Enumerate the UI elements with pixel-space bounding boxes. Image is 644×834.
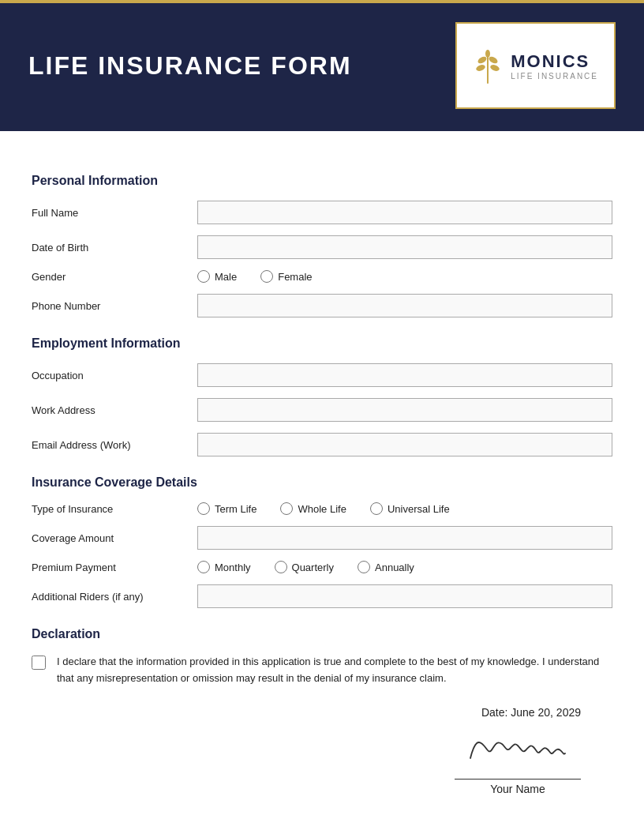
- type-whole-option[interactable]: Whole Life: [280, 502, 346, 515]
- svg-point-4: [489, 63, 500, 72]
- gender-label: Gender: [32, 271, 189, 283]
- full-name-row: Full Name: [32, 201, 612, 224]
- insurance-type-row: Type of Insurance Term Life Whole Life U…: [32, 502, 612, 515]
- logo-icon: [473, 44, 503, 88]
- type-term-radio[interactable]: [197, 502, 210, 515]
- occupation-input[interactable]: [197, 363, 612, 387]
- coverage-amount-input[interactable]: [197, 526, 612, 550]
- gender-male-radio[interactable]: [197, 270, 210, 283]
- riders-input[interactable]: [197, 584, 612, 608]
- signature-line: [455, 779, 581, 780]
- premium-monthly-label: Monthly: [215, 562, 251, 573]
- premium-quarterly-label: Quarterly: [292, 562, 334, 573]
- signature-area: Date: June 20, 2029 Your Name: [32, 706, 612, 795]
- premium-annually-label: Annually: [375, 562, 414, 573]
- occupation-label: Occupation: [32, 370, 189, 381]
- occupation-row: Occupation: [32, 363, 612, 387]
- email-work-label: Email Address (Work): [32, 439, 189, 451]
- riders-label: Additional Riders (if any): [32, 591, 189, 603]
- gender-male-option[interactable]: Male: [197, 270, 237, 283]
- signature-image: [455, 727, 581, 774]
- signature-svg: [455, 727, 581, 774]
- page: LIFE INSURANCE FORM: [0, 0, 644, 834]
- phone-label: Phone Number: [32, 300, 189, 312]
- premium-payment-row: Premium Payment Monthly Quarterly Annual…: [32, 561, 612, 573]
- declaration-checkbox-row: I declare that the information provided …: [32, 654, 612, 687]
- premium-annually-radio[interactable]: [358, 561, 370, 573]
- gender-female-label: Female: [278, 271, 312, 283]
- gender-radio-group: Male Female: [197, 270, 612, 283]
- full-name-label: Full Name: [32, 207, 189, 219]
- type-whole-radio[interactable]: [280, 502, 293, 515]
- logo-text: MONICS LIFE INSURANCE: [511, 51, 598, 81]
- phone-input[interactable]: [197, 294, 612, 317]
- svg-point-5: [485, 50, 490, 58]
- logo-box: MONICS LIFE INSURANCE: [455, 22, 616, 109]
- declaration-title: Declaration: [32, 627, 612, 641]
- form-content: Personal Information Full Name Date of B…: [0, 131, 644, 827]
- premium-payment-label: Premium Payment: [32, 562, 189, 573]
- coverage-amount-row: Coverage Amount: [32, 526, 612, 550]
- declaration-checkbox[interactable]: [32, 656, 46, 670]
- full-name-input[interactable]: [197, 201, 612, 224]
- gender-male-label: Male: [215, 271, 237, 283]
- svg-point-1: [477, 54, 488, 64]
- dob-input[interactable]: [197, 235, 612, 259]
- premium-monthly-radio[interactable]: [197, 561, 210, 573]
- premium-radio-group: Monthly Quarterly Annually: [197, 561, 612, 573]
- logo-sub: LIFE INSURANCE: [511, 72, 598, 81]
- page-title: LIFE INSURANCE FORM: [28, 51, 352, 81]
- coverage-amount-label: Coverage Amount: [32, 532, 189, 544]
- svg-point-2: [475, 63, 486, 72]
- insurance-title: Insurance Coverage Details: [32, 475, 612, 490]
- dob-label: Date of Birth: [32, 242, 189, 254]
- work-address-input[interactable]: [197, 398, 612, 422]
- declaration-section: Declaration I declare that the informati…: [32, 627, 612, 687]
- header: LIFE INSURANCE FORM: [0, 0, 644, 131]
- type-universal-option[interactable]: Universal Life: [370, 502, 450, 515]
- riders-row: Additional Riders (if any): [32, 584, 612, 608]
- premium-monthly-option[interactable]: Monthly: [197, 561, 251, 573]
- work-address-row: Work Address: [32, 398, 612, 422]
- type-term-option[interactable]: Term Life: [197, 502, 256, 515]
- dob-row: Date of Birth: [32, 235, 612, 259]
- svg-point-3: [488, 54, 499, 64]
- your-name-label: Your Name: [455, 783, 581, 795]
- email-work-row: Email Address (Work): [32, 433, 612, 456]
- gender-female-radio[interactable]: [260, 270, 273, 283]
- insurance-type-label: Type of Insurance: [32, 503, 189, 515]
- logo-name: MONICS: [511, 51, 598, 72]
- premium-quarterly-option[interactable]: Quarterly: [275, 561, 334, 573]
- date-line: Date: June 20, 2029: [481, 706, 581, 719]
- gender-female-option[interactable]: Female: [260, 270, 312, 283]
- insurance-type-radio-group: Term Life Whole Life Universal Life: [197, 502, 612, 515]
- monics-logo-icon: [473, 44, 503, 88]
- email-work-input[interactable]: [197, 433, 612, 456]
- premium-quarterly-radio[interactable]: [275, 561, 287, 573]
- type-universal-radio[interactable]: [370, 502, 383, 515]
- employment-info-title: Employment Information: [32, 336, 612, 351]
- personal-info-title: Personal Information: [32, 174, 612, 188]
- premium-annually-option[interactable]: Annually: [358, 561, 414, 573]
- gender-row: Gender Male Female: [32, 270, 612, 283]
- type-term-label: Term Life: [215, 503, 256, 515]
- declaration-text: I declare that the information provided …: [57, 654, 612, 687]
- work-address-label: Work Address: [32, 404, 189, 416]
- phone-row: Phone Number: [32, 294, 612, 317]
- type-whole-label: Whole Life: [298, 503, 346, 515]
- type-universal-label: Universal Life: [388, 503, 450, 515]
